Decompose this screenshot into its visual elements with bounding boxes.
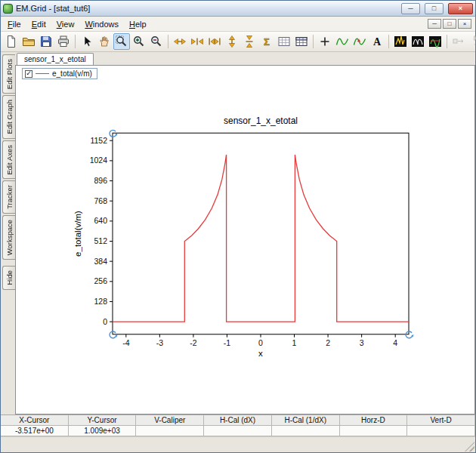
sidebar-tab-hide[interactable]: Hide — [2, 266, 15, 290]
sidebar-tab-edit-plots[interactable]: Edit Plots — [2, 54, 15, 94]
tracker-curve-button[interactable] — [334, 33, 351, 50]
status-value-row: -3.517e+001.009e+03 — [1, 426, 475, 436]
autoscale-button[interactable]: Σ — [258, 33, 275, 50]
sidebar-tab-label: Edit Graph — [5, 100, 14, 134]
show-grid-button[interactable] — [276, 33, 292, 50]
app-icon — [3, 4, 13, 14]
zoom-y-in-button[interactable] — [241, 33, 258, 50]
title-bar: EM.Grid - [stat_tut6] ─ □ × — [1, 1, 475, 17]
legend-checkbox[interactable]: ✓ — [25, 70, 32, 78]
mdi-restore-button[interactable]: □ — [443, 19, 456, 29]
status-value-horz-d — [340, 426, 408, 436]
print-icon — [57, 35, 70, 48]
curve-marker-button[interactable] — [351, 33, 368, 50]
show-grid-icon — [277, 35, 291, 48]
toolbar-separator — [168, 35, 168, 48]
zoom-x-out-button[interactable] — [206, 33, 223, 50]
close-button[interactable]: × — [448, 3, 473, 14]
main-content: Edit PlotsEdit GraphEdit AxesTrackerWork… — [1, 52, 475, 414]
sidebar-tab-edit-graph[interactable]: Edit Graph — [2, 95, 15, 138]
toolbar-separator — [313, 35, 314, 48]
plot-area[interactable] — [113, 133, 409, 334]
y-tick-label: 128 — [94, 297, 107, 306]
legend-label: e_total(v/m) — [52, 69, 92, 78]
document-tab[interactable]: sensor_1_x_etotal — [17, 53, 94, 65]
app-window: EM.Grid - [stat_tut6] ─ □ × FileEditView… — [0, 0, 476, 453]
window-function-icon — [411, 35, 425, 48]
full-scale-x-button[interactable] — [172, 33, 188, 50]
status-value-vert-d — [407, 426, 475, 436]
mdi-minimize-button[interactable]: ─ — [428, 19, 441, 29]
zoom-x-out-icon — [208, 35, 221, 48]
zoom-in-button[interactable] — [131, 33, 147, 50]
toolbar-separator — [447, 35, 447, 48]
status-header-x-cursor: X-Cursor — [1, 415, 69, 426]
y-axis-label: e_total(v/m) — [73, 211, 82, 257]
svg-text:A: A — [373, 36, 382, 48]
y-tick-label: 768 — [94, 196, 107, 205]
data-table-button[interactable] — [293, 33, 310, 50]
maximize-button[interactable]: □ — [425, 3, 444, 14]
data-table-icon — [295, 35, 308, 48]
menu-item-windows[interactable]: Windows — [79, 18, 124, 30]
y-tick-label: 256 — [94, 276, 107, 285]
y-tick-label: 1152 — [90, 136, 107, 145]
full-scale-y-button[interactable] — [224, 33, 240, 50]
zoom-x-in-button[interactable] — [189, 33, 206, 50]
fft-button[interactable] — [392, 33, 409, 50]
open-file-icon — [22, 35, 36, 48]
add-marker-button[interactable] — [317, 33, 333, 50]
open-file-button[interactable] — [20, 33, 37, 50]
sidebar-tab-workspace[interactable]: Workspace — [2, 215, 15, 260]
add-marker-icon — [318, 35, 332, 48]
y-tick-label: 1024 — [90, 156, 107, 165]
link-vertical-icon — [469, 35, 476, 48]
minimize-button[interactable]: ─ — [401, 3, 420, 14]
x-tick-label: 4 — [393, 338, 397, 347]
spectrogram-button[interactable] — [427, 33, 444, 50]
zoom-box-button[interactable] — [113, 33, 130, 50]
x-tick-label: 3 — [360, 338, 364, 347]
zoom-box-icon — [115, 35, 128, 48]
legend[interactable]: ✓ e_total(v/m) — [22, 68, 97, 79]
sidebar-tab-label: Workspace — [5, 220, 14, 255]
sidebar-tab-label: Tracker — [5, 185, 14, 209]
zoom-out-icon — [150, 35, 163, 48]
toolbar: ΣALayout — [1, 32, 475, 52]
print-button[interactable] — [55, 33, 72, 50]
x-tick-label: -1 — [224, 338, 230, 347]
menu-bar-items: FileEditViewWindowsHelp — [2, 18, 152, 30]
link-vertical-button[interactable] — [468, 33, 476, 50]
new-file-button[interactable] — [3, 33, 20, 50]
menu-bar: FileEditViewWindowsHelp ─ □ × — [1, 17, 475, 32]
x-tick-label: 0 — [258, 338, 263, 347]
x-tick-label: -3 — [156, 338, 163, 347]
window-function-button[interactable] — [410, 33, 426, 50]
menu-item-help[interactable]: Help — [124, 18, 152, 30]
sidebar-tab-tracker[interactable]: Tracker — [2, 180, 15, 214]
menu-item-edit[interactable]: Edit — [26, 18, 51, 30]
zoom-out-button[interactable] — [148, 33, 165, 50]
window-bottom-edge — [1, 436, 475, 452]
x-tick-label: -2 — [190, 338, 196, 347]
chart-canvas[interactable]: ✓ e_total(v/m) sensor_1_x_etotal01282563… — [15, 65, 475, 414]
save-file-icon — [39, 35, 53, 48]
y-tick-label: 640 — [94, 216, 107, 225]
mdi-controls: ─ □ × — [428, 19, 474, 29]
select-cursor-button[interactable] — [79, 33, 95, 50]
menu-item-file[interactable]: File — [2, 18, 26, 30]
window-title: EM.Grid - [stat_tut6] — [16, 4, 397, 13]
sidebar-tab-label: Edit Plots — [5, 59, 14, 89]
save-file-button[interactable] — [38, 33, 54, 50]
full-scale-x-icon — [173, 35, 187, 48]
menu-item-view[interactable]: View — [51, 18, 80, 30]
link-horizontal-button[interactable] — [450, 33, 467, 50]
add-text-button[interactable]: A — [369, 33, 385, 50]
x-axis-label: x — [258, 349, 263, 358]
resize-grip[interactable] — [465, 442, 474, 451]
zoom-in-icon — [132, 35, 146, 48]
mdi-close-button[interactable]: × — [458, 19, 471, 29]
status-value-h-cal-1-dx- — [272, 426, 340, 436]
pan-hand-button[interactable] — [96, 33, 113, 50]
sidebar-tab-edit-axes[interactable]: Edit Axes — [2, 140, 15, 180]
